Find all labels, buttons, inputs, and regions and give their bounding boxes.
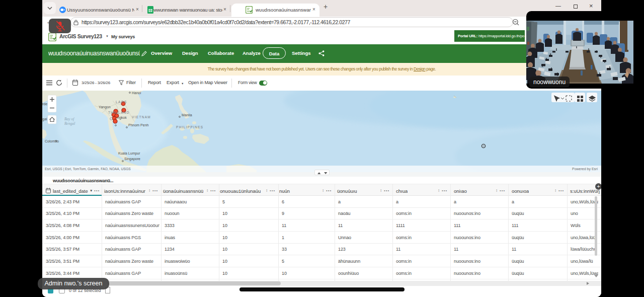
svg-text:Phnom Penh: Phnom Penh: [128, 123, 149, 127]
svg-text:PHILIPPINES: PHILIPPINES: [176, 125, 203, 129]
svg-text:ngkok: ngkok: [117, 116, 127, 120]
svg-text:Manila: Manila: [182, 113, 192, 117]
svg-text:Kuala Lumpur: Kuala Lumpur: [118, 152, 140, 156]
svg-text:gal: gal: [42, 117, 47, 121]
svg-text:LAOS: LAOS: [116, 100, 127, 104]
svg-text:Yangon: Yangon: [99, 105, 111, 109]
svg-text:Powered by Esri: Powered by Esri: [572, 167, 598, 171]
svg-text:Bay of: Bay of: [64, 117, 74, 121]
svg-text:Singapore: Singapore: [124, 157, 140, 161]
svg-text:rde: rde: [42, 102, 47, 106]
svg-text:Esri, USGS | Esri, TomTom, Gar: Esri, USGS | Esri, TomTom, Garmin, FAO, …: [45, 167, 131, 171]
svg-text:THAILAND: THAILAND: [108, 111, 130, 114]
svg-text:Hanoi: Hanoi: [132, 91, 141, 95]
svg-text:Bengal: Bengal: [64, 121, 75, 126]
svg-text:VIETNAM: VIETNAM: [132, 115, 151, 119]
